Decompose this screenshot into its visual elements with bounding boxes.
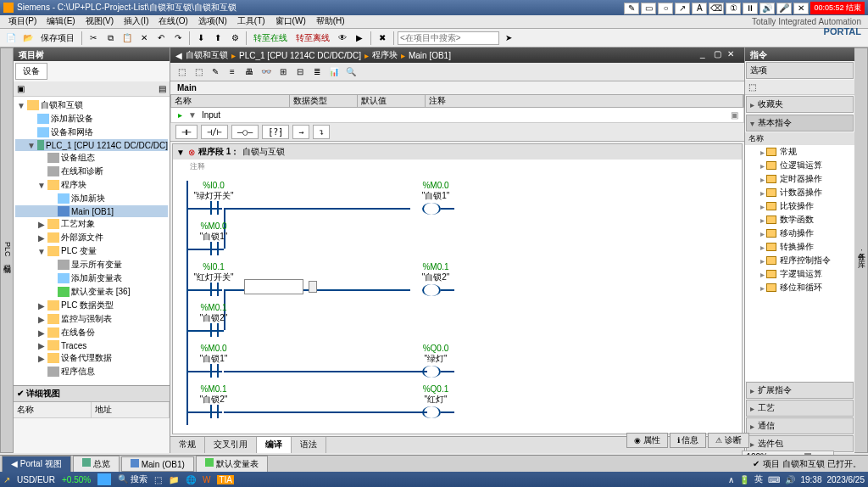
open-icon[interactable]: 📂 [20, 31, 36, 46]
project-tree[interactable]: ▼自锁和互锁添加新设备设备和网络▼PLC_1 [CPU 1214C DC/DC/… [14, 97, 170, 385]
ladder-element-btn[interactable]: ⁅?⁆ [262, 125, 289, 139]
et-10[interactable]: 🔍 [343, 65, 359, 79]
instruction-item[interactable]: ▸定时器操作 [745, 172, 854, 186]
menu-item[interactable]: 帮助(H) [311, 15, 350, 28]
undo-icon[interactable]: ↶ [153, 31, 169, 46]
delete-icon[interactable]: ✕ [136, 31, 152, 46]
copy-icon[interactable]: ⧉ [103, 31, 118, 46]
tree-item[interactable]: ▼PLC 变量 [15, 244, 168, 258]
instruction-item[interactable]: ▸转换操作 [745, 240, 854, 254]
tool-arrow[interactable]: ↗ [675, 3, 690, 14]
tree-item[interactable]: 添加新变量表 [15, 271, 168, 285]
tree-item[interactable]: ▶Traces [15, 339, 168, 351]
devices-tab[interactable]: 设备 [15, 63, 47, 80]
tree-item[interactable]: ▶在线备份 [15, 326, 168, 339]
instruction-item[interactable]: ▸移位和循环 [745, 281, 854, 294]
instruction-item[interactable]: ▸比较操作 [745, 199, 854, 213]
tool-pause[interactable]: ⏸ [743, 3, 758, 14]
instruction-item[interactable]: ▸移动操作 [745, 227, 854, 240]
menu-item[interactable]: 插入(I) [119, 15, 153, 28]
ladder-element-btn[interactable]: ⊣⊢ [175, 125, 198, 139]
menu-item[interactable]: 选项(N) [193, 15, 232, 28]
tool-close[interactable]: ✕ [793, 3, 809, 14]
tool-text[interactable]: A [692, 3, 707, 14]
tree-item[interactable]: 设备组态 [15, 151, 168, 165]
options-section[interactable]: 选项 [746, 62, 854, 79]
footer-tab[interactable]: 语法 [292, 437, 326, 453]
et-monitor[interactable]: 👓 [259, 65, 274, 79]
instruction-item[interactable]: ▸程序控制指令 [745, 254, 854, 267]
redo-icon[interactable]: ↷ [170, 31, 186, 46]
et-2[interactable]: ⬚ [191, 65, 206, 79]
tool-num[interactable]: ① [726, 3, 741, 14]
tree-item[interactable]: ▶外部源文件 [15, 231, 168, 244]
save-button[interactable]: 保存项目 [37, 32, 78, 44]
taskbar-app3[interactable]: 🌐 [186, 475, 196, 484]
footer-tab[interactable]: 编译 [257, 437, 292, 453]
inst-bottom-section[interactable]: ▸通信 [746, 417, 854, 434]
taskbar-app1[interactable]: ⬚ [154, 475, 162, 484]
tree-item[interactable]: ▶PLC 数据类型 [15, 299, 168, 312]
download-icon[interactable]: ⬇ [193, 31, 209, 46]
tool-circle[interactable]: ○ [658, 3, 673, 14]
tree-item[interactable]: 添加新设备 [15, 112, 168, 126]
tree-item[interactable]: 程序信息 [15, 365, 168, 378]
tree-collapse-icon[interactable]: ▣ [17, 84, 25, 93]
menu-item[interactable]: 在线(O) [153, 15, 192, 28]
ladder-element-btn[interactable]: ⊣/⊢ [201, 125, 228, 139]
tree-item[interactable]: 设备和网络 [15, 126, 168, 139]
tree-item[interactable]: ▼PLC_1 [CPU 1214C DC/DC/DC] [15, 139, 168, 151]
cross-ref-icon[interactable]: ✖ [375, 31, 390, 46]
et-7[interactable]: ⊟ [292, 65, 308, 79]
footer-tab[interactable]: 常规 [170, 437, 205, 453]
info-tab[interactable]: ℹ 信息 [670, 433, 707, 448]
upload-icon[interactable]: ⬆ [210, 31, 225, 46]
tree-item[interactable]: ▼程序块 [15, 178, 168, 192]
instruction-item[interactable]: ▸字逻辑运算 [745, 267, 854, 281]
props-tab[interactable]: ◉ 属性 [626, 433, 668, 448]
tree-item[interactable]: 在线和诊断 [15, 165, 168, 178]
tree-item[interactable]: 默认变量表 [36] [15, 285, 168, 299]
et-5[interactable]: 🖶 [242, 65, 257, 79]
et-6[interactable]: ⊞ [275, 65, 291, 79]
tasks-sidetab[interactable]: 任务 · 库 [854, 48, 868, 453]
taskbar-app5[interactable]: TIA [217, 475, 234, 484]
taskbar-search[interactable]: 🔍 搜索 [118, 473, 147, 485]
var-table-tab[interactable]: 默认变量表 [196, 456, 268, 473]
win-min-icon[interactable]: _ [700, 49, 712, 61]
tool-erase[interactable]: ⌫ [709, 3, 724, 14]
menu-item[interactable]: 编辑(E) [42, 15, 80, 28]
tree-item[interactable]: ▶工艺对象 [15, 217, 168, 231]
win-max-icon[interactable]: ▢ [714, 49, 726, 61]
win-close-icon[interactable]: ✕ [727, 49, 739, 61]
basic-inst-section[interactable]: ▾基本指令 [746, 115, 854, 132]
tree-item[interactable]: Main [OB1] [15, 205, 168, 217]
ladder-element-btn[interactable]: —○— [231, 125, 259, 139]
portal-view-tab[interactable]: ◀ Portal 视图 [2, 456, 71, 473]
et-8[interactable]: ≣ [309, 65, 325, 79]
footer-tab[interactable]: 交叉引用 [205, 437, 257, 453]
inst-bottom-section[interactable]: ▸扩展指令 [746, 382, 854, 399]
taskbar-app4[interactable]: W [203, 475, 210, 484]
tool-rect[interactable]: ▭ [641, 3, 656, 14]
plc-sidetab[interactable]: PLC 编程 [0, 48, 14, 453]
instruction-item[interactable]: ▸位逻辑运算 [745, 159, 854, 172]
ladder-element-btn[interactable]: ↴ [313, 125, 330, 139]
monitor-icon[interactable]: 👁 [335, 31, 350, 46]
tree-item[interactable]: ▶监控与强制表 [15, 312, 168, 326]
tree-item[interactable]: 显示所有变量 [15, 258, 168, 271]
bc-back-icon[interactable]: ◀ [175, 51, 182, 60]
tool-sound[interactable]: 🔊 [760, 3, 775, 14]
et-9[interactable]: 📊 [326, 65, 342, 79]
taskbar-app2[interactable]: 📁 [169, 475, 179, 484]
et-3[interactable]: ✎ [208, 65, 223, 79]
var-row-input[interactable]: ▸▼ Input ▣ [170, 108, 744, 123]
compile-icon[interactable]: ⚙ [227, 31, 242, 46]
instruction-item[interactable]: ▸常规 [745, 145, 854, 159]
paste-icon[interactable]: 📋 [120, 31, 135, 46]
instruction-item[interactable]: ▸数学函数 [745, 213, 854, 227]
tool-pencil[interactable]: ✎ [624, 3, 639, 14]
inst-bottom-section[interactable]: ▸选件包 [746, 435, 854, 452]
menu-item[interactable]: 项目(P) [3, 15, 42, 28]
search-input[interactable] [398, 31, 499, 45]
